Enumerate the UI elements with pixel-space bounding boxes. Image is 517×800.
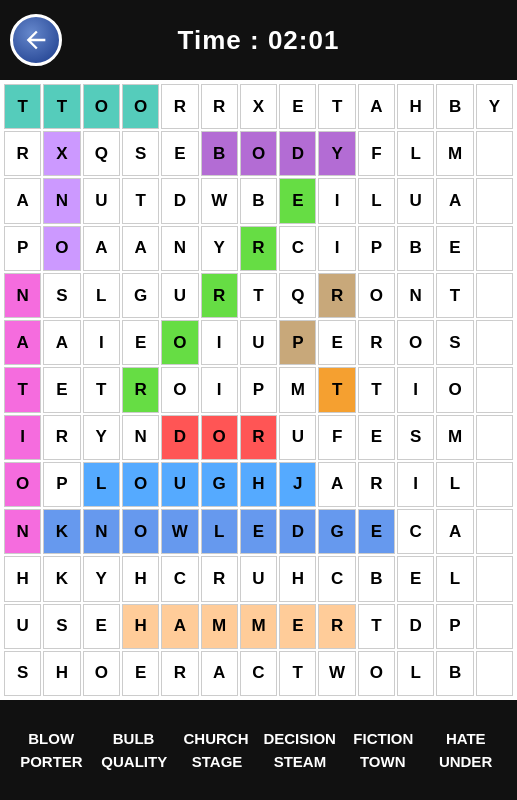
word-list: BLOW BULB CHURCH DECISION FICTION HATE P…	[0, 700, 517, 800]
cell-12-0: S	[4, 651, 41, 696]
word-fiction: FICTION	[348, 730, 418, 747]
cell-9-3: O	[122, 509, 159, 554]
cell-3-9: P	[358, 226, 395, 271]
word-decision: DECISION	[263, 730, 336, 747]
cell-9-4: W	[161, 509, 198, 554]
cell-3-0: P	[4, 226, 41, 271]
cell-2-1: N	[43, 178, 80, 223]
cell-10-4: C	[161, 556, 198, 601]
cell-2-8: I	[318, 178, 355, 223]
cell-7-2: Y	[83, 415, 120, 460]
cell-10-6: U	[240, 556, 277, 601]
cell-8-11: L	[436, 462, 473, 507]
cell-5-3: E	[122, 320, 159, 365]
cell-8-0: O	[4, 462, 41, 507]
cell-0-4: R	[161, 84, 198, 129]
cell-0-9: A	[358, 84, 395, 129]
cell-5-6: U	[240, 320, 277, 365]
cell-2-6: B	[240, 178, 277, 223]
cell-5-7: P	[279, 320, 316, 365]
cell-2-2: U	[83, 178, 120, 223]
cell-3-7: C	[279, 226, 316, 271]
cell-2-3: T	[122, 178, 159, 223]
cell-7-6: R	[240, 415, 277, 460]
cell-1-8: Y	[318, 131, 355, 176]
cell-7-11: M	[436, 415, 473, 460]
cell-2-9: L	[358, 178, 395, 223]
cell-3-8: I	[318, 226, 355, 271]
cell-6-0: T	[4, 367, 41, 412]
cell-8-7: J	[279, 462, 316, 507]
cell-1-2: Q	[83, 131, 120, 176]
word-church: CHURCH	[181, 730, 251, 747]
cell-1-10: L	[397, 131, 434, 176]
word-row-1: BLOW BULB CHURCH DECISION FICTION HATE	[10, 730, 507, 747]
cell-1-1: X	[43, 131, 80, 176]
cell-4-11: T	[436, 273, 473, 318]
cell-5-4: O	[161, 320, 198, 365]
cell-6-3: R	[122, 367, 159, 412]
cell-0-8: T	[318, 84, 355, 129]
cell-11-6: M	[240, 604, 277, 649]
cell-5-0: A	[4, 320, 41, 365]
cell-9-5: L	[201, 509, 238, 554]
cell-12-7: T	[279, 651, 316, 696]
cell-2-0: A	[4, 178, 41, 223]
cell-0-11: B	[436, 84, 473, 129]
cell-10-12	[476, 556, 513, 601]
word-blow: BLOW	[16, 730, 86, 747]
cell-12-11: B	[436, 651, 473, 696]
cell-8-5: G	[201, 462, 238, 507]
cell-3-5: Y	[201, 226, 238, 271]
cell-8-10: I	[397, 462, 434, 507]
cell-5-12	[476, 320, 513, 365]
cell-0-7: E	[279, 84, 316, 129]
cell-1-12	[476, 131, 513, 176]
cell-0-12: Y	[476, 84, 513, 129]
word-bulb: BULB	[99, 730, 169, 747]
cell-10-1: K	[43, 556, 80, 601]
cell-6-6: P	[240, 367, 277, 412]
cell-10-7: H	[279, 556, 316, 601]
cell-4-2: L	[83, 273, 120, 318]
cell-8-9: R	[358, 462, 395, 507]
cell-10-5: R	[201, 556, 238, 601]
cell-4-7: Q	[279, 273, 316, 318]
cell-7-5: O	[201, 415, 238, 460]
cell-4-10: N	[397, 273, 434, 318]
cell-8-3: O	[122, 462, 159, 507]
cell-7-9: E	[358, 415, 395, 460]
cell-12-9: O	[358, 651, 395, 696]
cell-6-10: I	[397, 367, 434, 412]
cell-5-1: A	[43, 320, 80, 365]
cell-9-7: D	[279, 509, 316, 554]
cell-11-11: P	[436, 604, 473, 649]
cell-12-12	[476, 651, 513, 696]
cell-2-5: W	[201, 178, 238, 223]
back-button[interactable]	[10, 14, 62, 66]
cell-6-4: O	[161, 367, 198, 412]
cell-4-0: N	[4, 273, 41, 318]
cell-6-12	[476, 367, 513, 412]
cell-8-6: H	[240, 462, 277, 507]
cell-11-7: E	[279, 604, 316, 649]
cell-9-1: K	[43, 509, 80, 554]
cell-8-2: L	[83, 462, 120, 507]
cell-4-6: T	[240, 273, 277, 318]
cell-1-5: B	[201, 131, 238, 176]
cell-0-0: T	[4, 84, 41, 129]
cell-5-9: R	[358, 320, 395, 365]
cell-12-8: W	[318, 651, 355, 696]
cell-9-6: E	[240, 509, 277, 554]
cell-8-8: A	[318, 462, 355, 507]
cell-3-11: E	[436, 226, 473, 271]
cell-1-11: M	[436, 131, 473, 176]
cell-3-3: A	[122, 226, 159, 271]
cell-5-8: E	[318, 320, 355, 365]
cell-1-3: S	[122, 131, 159, 176]
cell-4-5: R	[201, 273, 238, 318]
cell-9-9: E	[358, 509, 395, 554]
cell-4-3: G	[122, 273, 159, 318]
cell-2-4: D	[161, 178, 198, 223]
word-hate: HATE	[431, 730, 501, 747]
